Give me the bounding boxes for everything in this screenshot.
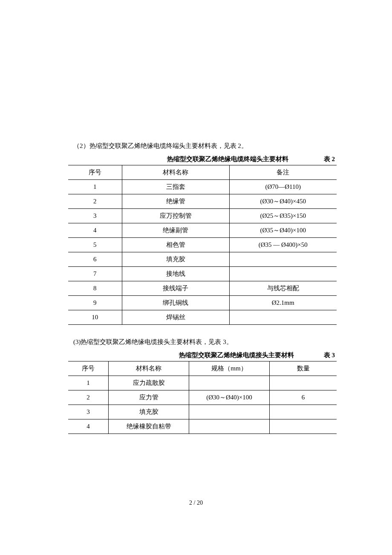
cell-note: (Ø70—Ø110) — [229, 180, 337, 194]
cell-note: 与线芯相配 — [229, 281, 337, 296]
section3-intro: (3)热缩型交联聚乙烯绝缘电缆接头主要材料表，见表 3。 — [73, 337, 337, 347]
table-row: 6填充胶 — [68, 252, 337, 267]
col-header-note: 备注 — [229, 165, 337, 180]
cell-qty: 6 — [270, 390, 337, 405]
col-header-no: 序号 — [68, 165, 122, 180]
cell-no: 7 — [68, 267, 122, 281]
table3-caption-num: 表 3 — [324, 351, 335, 359]
table3: 序号 材料名称 规格（mm） 数量 1应力疏散胶 2应力管(Ø30～Ø40)×1… — [68, 361, 337, 434]
table-row: 2绝缘管(Ø30～Ø40)×450 — [68, 194, 337, 209]
section2-intro: （2）热缩型交联聚乙烯绝缘电缆终端头主要材料表，见表 2。 — [73, 141, 337, 151]
cell-spec — [189, 376, 270, 390]
cell-note: (Ø30～Ø40)×450 — [229, 194, 337, 209]
cell-note: (Ø35 — Ø400)×50 — [229, 238, 337, 252]
cell-qty — [270, 405, 337, 419]
cell-no: 4 — [68, 223, 122, 238]
table-row: 9绑孔铜线Ø2.1mm — [68, 296, 337, 310]
table-header-row: 序号 材料名称 备注 — [68, 165, 337, 180]
cell-qty — [270, 376, 337, 390]
col-header-spec: 规格（mm） — [189, 361, 270, 376]
cell-name: 相色管 — [122, 238, 229, 252]
table2-caption: 热缩型交联聚乙烯绝缘电缆终端头主要材料 表 2 — [68, 155, 337, 163]
col-header-name: 材料名称 — [122, 165, 229, 180]
table-row: 4绝缘橡胶自粘带 — [68, 419, 337, 434]
cell-no: 1 — [68, 376, 109, 390]
cell-no: 6 — [68, 252, 122, 267]
cell-note — [229, 267, 337, 281]
table-row: 10焊锡丝 — [68, 310, 337, 325]
table-row: 3应万控制管(Ø25～Ø35)×150 — [68, 209, 337, 223]
cell-no: 10 — [68, 310, 122, 325]
table3-caption: 热缩型交联聚乙烯绝缘电缆接头主要材料 表 3 — [68, 351, 337, 359]
cell-spec — [189, 405, 270, 419]
cell-name: 绝缘副管 — [122, 223, 229, 238]
cell-no: 9 — [68, 296, 122, 310]
cell-name: 绝缘橡胶自粘带 — [109, 419, 189, 434]
table-header-row: 序号 材料名称 规格（mm） 数量 — [68, 361, 337, 376]
cell-name: 填充胶 — [109, 405, 189, 419]
cell-name: 三指套 — [122, 180, 229, 194]
cell-no: 8 — [68, 281, 122, 296]
table-row: 1应力疏散胶 — [68, 376, 337, 390]
table3-caption-title: 热缩型交联聚乙烯绝缘电缆接头主要材料 — [149, 351, 324, 359]
cell-no: 2 — [68, 390, 109, 405]
cell-name: 绝缘管 — [122, 194, 229, 209]
cell-no: 1 — [68, 180, 122, 194]
cell-name: 填充胶 — [122, 252, 229, 267]
col-header-name: 材料名称 — [109, 361, 189, 376]
page-number: 2 / 20 — [0, 500, 392, 506]
cell-note: (Ø25～Ø35)×150 — [229, 209, 337, 223]
cell-no: 2 — [68, 194, 122, 209]
table2-caption-title: 热缩型交联聚乙烯绝缘电缆终端头主要材料 — [132, 155, 324, 163]
col-header-no: 序号 — [68, 361, 109, 376]
cell-name: 应万控制管 — [122, 209, 229, 223]
table-row: 8接线端子与线芯相配 — [68, 281, 337, 296]
cell-name: 焊锡丝 — [122, 310, 229, 325]
cell-spec: (Ø30～Ø40)×100 — [189, 390, 270, 405]
table-row: 1三指套(Ø70—Ø110) — [68, 180, 337, 194]
cell-name: 应力管 — [109, 390, 189, 405]
table-row: 3填充胶 — [68, 405, 337, 419]
table2: 序号 材料名称 备注 1三指套(Ø70—Ø110) 2绝缘管(Ø30～Ø40)×… — [68, 165, 337, 325]
table2-caption-num: 表 2 — [324, 155, 335, 163]
cell-qty — [270, 419, 337, 434]
cell-no: 4 — [68, 419, 109, 434]
table-row: 7接地线 — [68, 267, 337, 281]
table-row: 2应力管(Ø30～Ø40)×1006 — [68, 390, 337, 405]
cell-no: 5 — [68, 238, 122, 252]
cell-note — [229, 310, 337, 325]
cell-name: 接线端子 — [122, 281, 229, 296]
cell-name: 绑孔铜线 — [122, 296, 229, 310]
cell-name: 应力疏散胶 — [109, 376, 189, 390]
cell-spec — [189, 419, 270, 434]
cell-no: 3 — [68, 209, 122, 223]
cell-no: 3 — [68, 405, 109, 419]
table-row: 5相色管(Ø35 — Ø400)×50 — [68, 238, 337, 252]
col-header-qty: 数量 — [270, 361, 337, 376]
cell-note — [229, 252, 337, 267]
cell-name: 接地线 — [122, 267, 229, 281]
cell-note: (Ø35～Ø40)×100 — [229, 223, 337, 238]
cell-note: Ø2.1mm — [229, 296, 337, 310]
table-row: 4绝缘副管(Ø35～Ø40)×100 — [68, 223, 337, 238]
